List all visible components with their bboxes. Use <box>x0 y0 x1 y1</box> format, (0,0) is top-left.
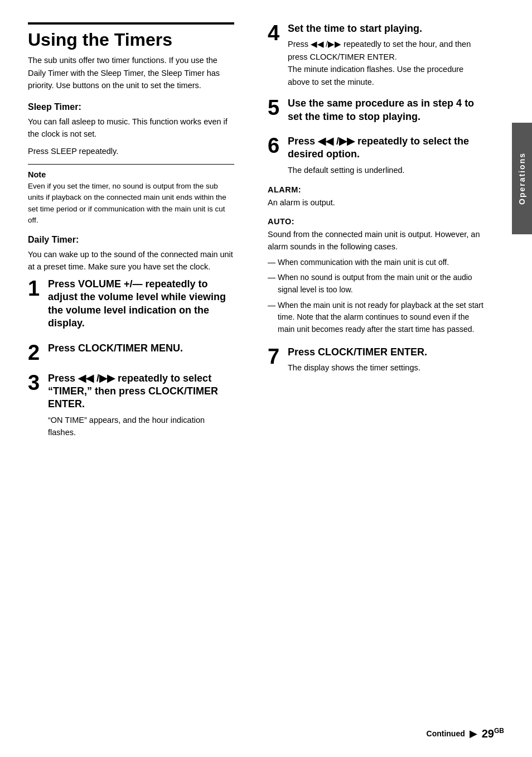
auto-heading: AUTO: <box>268 217 484 226</box>
continued-arrow-icon: ▶ <box>470 727 477 740</box>
note-heading: Note <box>28 170 234 179</box>
step-6-content: Press ◀◀ /▶▶ repeatedly to select the de… <box>288 135 484 176</box>
step-1-content: Press VOLUME +/— repeatedly to adjust th… <box>48 278 234 333</box>
step-7: 7 Press CLOCK/TIMER ENTER. The display s… <box>268 346 484 374</box>
step-5-content: Use the same procedure as in step 4 to s… <box>288 97 484 126</box>
note-divider <box>28 164 234 165</box>
step-6-number: 6 <box>268 135 283 156</box>
alarm-body: An alarm is output. <box>268 196 484 209</box>
page-number: 29GB <box>482 727 504 740</box>
step-4: 4 Set the time to start playing. Press ◀… <box>268 22 484 88</box>
step-3-main: Press ◀◀ /▶▶ repeatedly to select “TIMER… <box>48 372 234 411</box>
page-container: Operations Using the Timers The sub unit… <box>0 0 532 757</box>
step-1-main: Press VOLUME +/— repeatedly to adjust th… <box>48 278 234 330</box>
left-column: Using the Timers The sub units offer two… <box>28 22 245 735</box>
page-title: Using the Timers <box>28 22 234 50</box>
step-4-main: Set the time to start playing. <box>288 22 484 35</box>
step-5-main: Use the same procedure as in step 4 to s… <box>288 97 484 123</box>
step-2: 2 Press CLOCK/TIMER MENU. <box>28 342 234 363</box>
auto-bullet-list: When communication with the main unit is… <box>268 257 484 336</box>
bullet-2: When no sound is output from the main un… <box>268 272 484 296</box>
sleep-timer-heading: Sleep Timer: <box>28 102 234 112</box>
alarm-heading: ALARM: <box>268 185 484 194</box>
step-7-main: Press CLOCK/TIMER ENTER. <box>288 346 484 359</box>
side-tab: Operations <box>512 123 532 234</box>
auto-section: AUTO: Sound from the connected main unit… <box>268 217 484 336</box>
sleep-timer-body: You can fall asleep to music. This funct… <box>28 115 234 141</box>
step-2-main: Press CLOCK/TIMER MENU. <box>48 342 234 355</box>
continued-label: Continued <box>427 729 465 738</box>
bullet-3: When the main unit is not ready for play… <box>268 300 484 336</box>
step-4-content: Set the time to start playing. Press ◀◀ … <box>288 22 484 88</box>
page-footer: Continued ▶ 29GB <box>427 727 504 740</box>
step-2-content: Press CLOCK/TIMER MENU. <box>48 342 234 358</box>
step-7-detail: The display shows the timer settings. <box>288 361 484 374</box>
bullet-1: When communication with the main unit is… <box>268 257 484 269</box>
sleep-timer-instruction: Press SLEEP repeatedly. <box>28 145 234 157</box>
step-7-content: Press CLOCK/TIMER ENTER. The display sho… <box>288 346 484 374</box>
step-7-number: 7 <box>268 346 283 367</box>
sleep-timer-section: Sleep Timer: You can fall asleep to musi… <box>28 102 234 226</box>
note-text: Even if you set the timer, no sound is o… <box>28 181 234 226</box>
daily-timer-body: You can wake up to the sound of the conn… <box>28 248 234 273</box>
step-1: 1 Press VOLUME +/— repeatedly to adjust … <box>28 278 234 333</box>
daily-timer-section: Daily Timer: You can wake up to the soun… <box>28 235 234 273</box>
side-tab-label: Operations <box>518 152 526 205</box>
step-3: 3 Press ◀◀ /▶▶ repeatedly to select “TIM… <box>28 372 234 439</box>
step-1-number: 1 <box>28 278 43 299</box>
step-4-detail: Press ◀◀ /▶▶ repeatedly to set the hour,… <box>288 38 484 88</box>
step-3-number: 3 <box>28 372 43 393</box>
alarm-section: ALARM: An alarm is output. <box>268 185 484 209</box>
step-4-number: 4 <box>268 22 283 44</box>
intro-text: The sub units offer two timer functions.… <box>28 54 234 91</box>
step-3-detail: “ON TIME” appears, and the hour indicati… <box>48 414 234 439</box>
page-number-sup: GB <box>494 727 504 735</box>
main-content: Using the Timers The sub units offer two… <box>0 0 512 757</box>
step-3-content: Press ◀◀ /▶▶ repeatedly to select “TIMER… <box>48 372 234 439</box>
step-5-number: 5 <box>268 97 283 118</box>
step-5: 5 Use the same procedure as in step 4 to… <box>268 97 484 126</box>
step-6: 6 Press ◀◀ /▶▶ repeatedly to select the … <box>268 135 484 176</box>
daily-timer-heading: Daily Timer: <box>28 235 234 245</box>
step-2-number: 2 <box>28 342 43 363</box>
step-6-main: Press ◀◀ /▶▶ repeatedly to select the de… <box>288 135 484 161</box>
right-column: 4 Set the time to start playing. Press ◀… <box>262 22 484 735</box>
auto-body: Sound from the connected main unit is ou… <box>268 228 484 253</box>
step-6-detail: The default setting is underlined. <box>288 164 484 176</box>
